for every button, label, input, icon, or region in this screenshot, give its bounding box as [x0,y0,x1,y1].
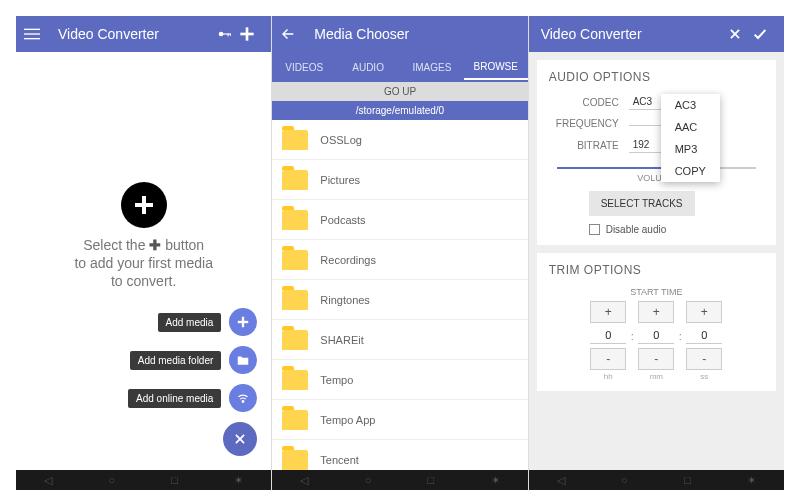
nav-recent-icon[interactable]: □ [684,474,691,486]
codec-dropdown[interactable]: AC3AACMP3COPY [661,94,720,182]
nav-accessibility-icon[interactable]: ✶ [747,474,756,487]
svg-rect-10 [135,203,153,207]
mm-minus-button[interactable]: - [638,348,674,370]
nav-home-icon[interactable]: ○ [108,474,115,486]
nav-home-icon[interactable]: ○ [365,474,372,486]
plus-icon[interactable] [239,26,263,42]
folder-list: OSSLogPicturesPodcastsRecordingsRingtone… [272,120,527,470]
pane-chooser: Media Chooser VIDEOS AUDIO IMAGES BROWSE… [271,16,527,490]
app-title: Video Converter [58,26,215,42]
codec-row: CODEC AC3 ▼ [549,94,764,110]
select-tracks-button[interactable]: SELECT TRACKS [589,191,695,216]
hh-value[interactable]: 0 [590,327,626,344]
tab-audio[interactable]: AUDIO [336,56,400,79]
big-plus-icon[interactable] [121,182,167,228]
plus-inline-icon: ✚ [149,237,161,253]
nav-recent-icon[interactable]: □ [171,474,178,486]
disable-audio-row[interactable]: Disable audio [589,224,764,235]
tab-images[interactable]: IMAGES [400,56,464,79]
frequency-row: FREQUENCY ▼ Hz [549,118,764,129]
nav-back-icon[interactable]: ◁ [44,474,52,487]
folder-row[interactable]: Pictures [272,160,527,200]
folder-row[interactable]: OSSLog [272,120,527,160]
codec-option[interactable]: AC3 [661,94,720,116]
hh-plus-button[interactable]: + [590,301,626,323]
folder-name: Recordings [320,254,376,266]
trim-options-heading: TRIM OPTIONS [549,263,764,277]
mm-plus-button[interactable]: + [638,301,674,323]
current-path[interactable]: /storage/emulated/0 [272,101,527,120]
android-navbar: ◁ ○ □ ✶ [272,470,527,490]
svg-rect-4 [223,33,231,34]
audio-options-heading: AUDIO OPTIONS [549,70,764,84]
folder-row[interactable]: Ringtones [272,280,527,320]
close-icon[interactable] [728,27,752,41]
add-media-button[interactable] [229,308,257,336]
ss-value[interactable]: 0 [686,327,722,344]
folder-icon [282,370,308,390]
nav-back-icon[interactable]: ◁ [557,474,565,487]
audio-options-card: AUDIO OPTIONS CODEC AC3 ▼ FREQUENCY ▼ Hz… [537,60,776,245]
folder-row[interactable]: Tempo App [272,400,527,440]
folder-row[interactable]: Tempo [272,360,527,400]
codec-option[interactable]: MP3 [661,138,720,160]
bitrate-row: BITRATE 192 ▼ kB [549,137,764,153]
svg-rect-5 [228,33,229,36]
folder-icon [282,450,308,470]
nav-recent-icon[interactable]: □ [428,474,435,486]
confirm-icon[interactable] [752,26,776,42]
pane-options: Video Converter AUDIO OPTIONS CODEC AC3 … [528,16,784,490]
folder-row[interactable]: SHAREit [272,320,527,360]
hh-minus-button[interactable]: - [590,348,626,370]
menu-icon[interactable] [24,26,48,42]
svg-point-13 [242,401,244,403]
folder-row[interactable]: Tencent [272,440,527,470]
svg-rect-12 [238,321,249,323]
folder-name: SHAREit [320,334,363,346]
folder-row[interactable]: Podcasts [272,200,527,240]
back-icon[interactable] [280,26,304,42]
folder-icon [282,410,308,430]
close-fab-button[interactable] [223,422,257,456]
go-up-button[interactable]: GO UP [272,82,527,101]
nav-home-icon[interactable]: ○ [621,474,628,486]
checkbox-icon[interactable] [589,224,600,235]
folder-name: Ringtones [320,294,370,306]
options-body: AUDIO OPTIONS CODEC AC3 ▼ FREQUENCY ▼ Hz… [529,52,784,470]
folder-name: OSSLog [320,134,362,146]
volume-slider[interactable] [557,167,756,169]
folder-row[interactable]: Recordings [272,240,527,280]
svg-rect-8 [241,33,254,36]
nav-back-icon[interactable]: ◁ [300,474,308,487]
svg-rect-6 [230,33,231,35]
fab-label-add-folder: Add media folder [130,351,222,370]
folder-icon [282,290,308,310]
intro-text: Select the ✚ button to add your first me… [16,236,271,291]
nav-accessibility-icon[interactable]: ✶ [234,474,243,487]
options-title: Video Converter [541,26,728,42]
folder-name: Tencent [320,454,359,466]
start-time-label: START TIME [549,287,764,297]
tab-videos[interactable]: VIDEOS [272,56,336,79]
folder-name: Tempo App [320,414,375,426]
appbar-home: Video Converter [16,16,271,52]
folder-icon [282,250,308,270]
ss-plus-button[interactable]: + [686,301,722,323]
add-online-button[interactable] [229,384,257,412]
codec-option[interactable]: AAC [661,116,720,138]
nav-accessibility-icon[interactable]: ✶ [491,474,500,487]
trim-options-card: TRIM OPTIONS START TIME + + + 0 : 0 : 0 … [537,253,776,391]
key-icon[interactable] [215,27,239,41]
disable-audio-label: Disable audio [606,224,667,235]
svg-rect-1 [24,33,40,34]
folder-icon [282,210,308,230]
folder-name: Pictures [320,174,360,186]
tab-browse[interactable]: BROWSE [464,55,528,80]
volume-label: VOLUME [549,173,764,183]
appbar-options: Video Converter [529,16,784,52]
ss-minus-button[interactable]: - [686,348,722,370]
mm-value[interactable]: 0 [638,327,674,344]
folder-icon [282,130,308,150]
codec-option[interactable]: COPY [661,160,720,182]
add-folder-button[interactable] [229,346,257,374]
